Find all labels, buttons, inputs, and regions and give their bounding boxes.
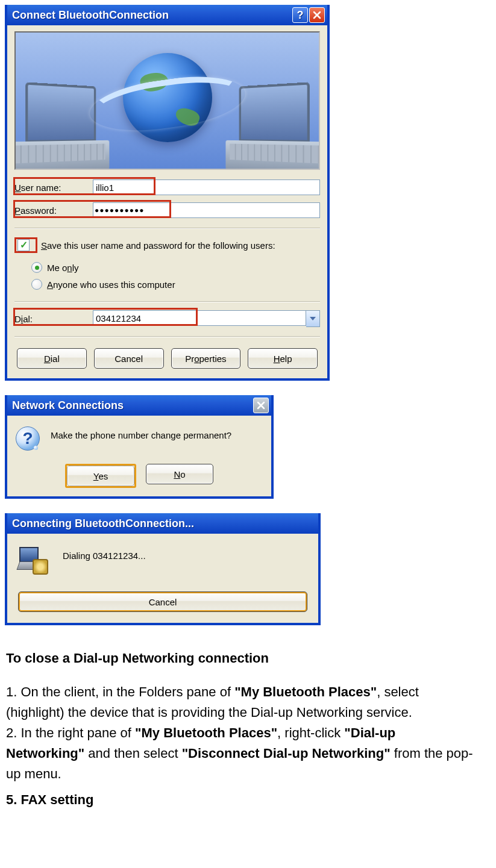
connect-dialog-title: Connect BluetoothConnection: [12, 9, 291, 22]
me-only-label: Me only: [47, 263, 79, 273]
me-only-radio[interactable]: [31, 262, 42, 273]
help-button[interactable]: Help: [248, 348, 318, 369]
instruction-text: To close a Dial-up Networking connection…: [5, 640, 477, 828]
dial-dropdown-icon[interactable]: [306, 310, 320, 327]
step-2: 2. In the right pane of "My Bluetooth Pl…: [6, 723, 476, 784]
connecting-dialog-titlebar[interactable]: Connecting BluetoothConnection...: [7, 513, 318, 534]
step-1: 1. On the client, in the Folders pane of…: [6, 682, 476, 723]
confirm-message: Make the phone number change permanent?: [51, 426, 231, 440]
connecting-dialog-title: Connecting BluetoothConnection...: [12, 517, 316, 530]
connection-illustration: [14, 31, 320, 170]
question-icon: ?: [16, 426, 40, 451]
help-icon[interactable]: ?: [292, 7, 308, 23]
instruction-heading: To close a Dial-up Networking connection: [6, 648, 476, 669]
anyone-radio[interactable]: [31, 279, 42, 290]
dial-button[interactable]: Dial: [17, 348, 87, 369]
save-credentials-label: Save this user name and password for the…: [41, 240, 275, 251]
close-icon[interactable]: [253, 398, 269, 413]
confirm-dialog-titlebar[interactable]: Network Connections: [7, 395, 271, 416]
password-label: Password:: [14, 205, 93, 216]
connecting-status: Dialing 034121234...: [63, 547, 146, 561]
save-checkbox-highlight: [14, 237, 37, 253]
confirm-dialog: Network Connections ? Make the phone num…: [5, 395, 274, 499]
section-5-heading: 5. FAX setting: [6, 790, 476, 810]
properties-button[interactable]: Properties: [171, 348, 241, 369]
dial-label: Dial:: [14, 314, 93, 324]
cancel-button[interactable]: Cancel: [94, 348, 164, 369]
connect-dialog: Connect BluetoothConnection ? User name:…: [5, 5, 330, 381]
save-credentials-checkbox[interactable]: [17, 239, 30, 251]
cancel-connecting-button[interactable]: Cancel: [18, 592, 307, 612]
modem-icon: [18, 547, 47, 573]
username-label: User name:: [14, 183, 93, 193]
connect-dialog-titlebar[interactable]: Connect BluetoothConnection ?: [7, 5, 327, 25]
connecting-dialog: Connecting BluetoothConnection... Dialin…: [5, 513, 321, 625]
yes-button-highlight: Yes: [65, 464, 136, 488]
anyone-label: Anyone who uses this computer: [47, 279, 175, 290]
password-input[interactable]: ●●●●●●●●●●: [93, 202, 320, 218]
close-icon[interactable]: [309, 7, 325, 23]
dial-input[interactable]: [93, 310, 306, 326]
no-button[interactable]: No: [146, 464, 213, 484]
confirm-dialog-title: Network Connections: [12, 399, 252, 412]
yes-button[interactable]: Yes: [67, 466, 134, 486]
username-input[interactable]: [93, 180, 320, 195]
